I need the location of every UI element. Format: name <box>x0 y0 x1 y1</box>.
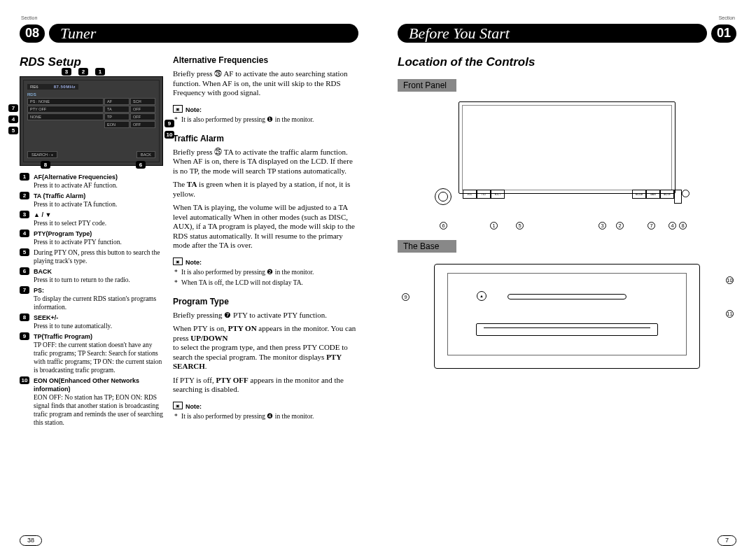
legend-badge: 6 <box>20 267 29 275</box>
fp-button <box>674 190 682 204</box>
legend-badge: 10 <box>20 376 29 384</box>
diagram-base: ▲ <box>434 264 700 369</box>
callout-1: 1 <box>95 68 105 76</box>
screen-wrap: 3 2 1 7 4 5 9 10 8 6 <box>20 76 163 166</box>
fp-callout: 7 <box>648 222 655 230</box>
legend-badge: 2 <box>20 192 29 199</box>
p-pty1: Briefly pressing ❼ PTY to activate PTY f… <box>173 311 358 320</box>
legend-item: 4PTY(Program Type)Press it to activate P… <box>20 230 163 246</box>
diagram-base-wrap: ▲ 9 10 11 <box>398 264 736 369</box>
p-pty2: When PTY is on, PTY ON appears in the mo… <box>173 324 358 372</box>
fp-button: MUTE <box>660 190 674 199</box>
section-tab: Section <box>719 15 735 20</box>
base-callout: 9 <box>402 293 410 301</box>
section-number: 08 <box>20 24 45 43</box>
legend-text: PS:To display the current RDS station's … <box>34 286 163 311</box>
note-label: Note: <box>186 259 202 266</box>
note-icon: ▣ <box>173 105 183 113</box>
legend-item: 9TP(Traffic Program)TP OFF: the current … <box>20 332 163 374</box>
col-instructions: Alternative Frequencies Briefly press ㉖ … <box>173 55 358 429</box>
legend-text: PTY(Program Type)Press it to activate PT… <box>34 230 163 246</box>
legend-item: 1AF(Alternative Frequencies)Press it to … <box>20 173 163 190</box>
fp-button: VOL <box>463 190 477 199</box>
heading-rds-setup: RDS Setup <box>20 55 163 69</box>
callout-8: 8 <box>41 161 50 169</box>
h-af: Alternative Frequencies <box>173 55 358 65</box>
fp-callout: 3 <box>598 222 606 230</box>
legend-badge: 7 <box>20 286 29 294</box>
fp-button: TILT <box>477 190 491 199</box>
callout-5: 5 <box>8 127 18 134</box>
legend-text: ▲ / ▼Press it to select PTY code. <box>34 211 163 227</box>
legend-item: 6BACKPress it to turn to return to the r… <box>20 267 163 284</box>
p-ta1: Briefly press ㉕ TA to activate the traff… <box>173 148 358 176</box>
header-title: Before You Start <box>398 24 707 43</box>
label-front-panel: Front Panel <box>398 79 456 92</box>
fp-callout: 8 <box>679 222 687 230</box>
notes-af: It is also performed by pressing ❶ in th… <box>173 115 358 124</box>
legend-badge: 8 <box>20 313 29 321</box>
col-controls: Location of the Controls Front Panel VOL… <box>398 55 736 372</box>
note-icon: ▣ <box>173 258 183 265</box>
legend-item: 10EON ON(Enhanced Other Networks informa… <box>20 376 163 427</box>
callout-9: 9 <box>164 120 174 127</box>
fp-callout: 5 <box>516 222 524 230</box>
p-pty3: If PTY is off, PTY OFF appears in the mo… <box>173 376 358 395</box>
header-row: 08 Tuner <box>20 24 358 43</box>
h-ta: Traffic Alarm <box>173 134 358 143</box>
fp-callout: 4 <box>668 222 676 230</box>
legend-item: 8SEEK+/-Press it to tune automatically. <box>20 313 163 330</box>
legend-badge: 1 <box>20 173 29 181</box>
note-label: Note: <box>186 106 202 113</box>
header-title: Tuner <box>49 24 358 43</box>
p-af: Briefly press ㉖ AF to activate the auto … <box>173 69 358 98</box>
notes-ta: It is also performed by pressing ❷ in th… <box>173 268 358 287</box>
h-pty: Program Type <box>173 297 358 306</box>
legend-badge: 9 <box>20 332 29 340</box>
section-number: 01 <box>711 24 736 43</box>
page-right: Section Before You Start 01 Location of … <box>378 0 756 557</box>
fp-callout: 1 <box>490 222 498 230</box>
page-number: 38 <box>20 535 42 546</box>
callout-4: 4 <box>8 115 18 123</box>
diagram-front-panel: VOLTILTEJCTMODENAVIMUTE 6 1 5 3 2 7 4 8 <box>424 101 710 213</box>
legend-list: 1AF(Alternative Frequencies)Press it to … <box>20 173 163 427</box>
legend-text: TA (Traffic Alarm)Press it to activate T… <box>34 192 163 209</box>
fp-button <box>682 190 690 197</box>
legend-text: EON ON(Enhanced Other Networks informati… <box>34 376 163 427</box>
legend-text: During PTY ON, press this button to sear… <box>34 248 163 265</box>
p-ta3: When TA is playing, the volume will be a… <box>173 203 358 251</box>
legend-item: 2TA (Traffic Alarm)Press it to activate … <box>20 192 163 209</box>
legend-badge: 5 <box>20 248 29 256</box>
callout-2: 2 <box>78 68 88 76</box>
legend-item: 3▲ / ▼Press it to select PTY code. <box>20 211 163 227</box>
legend-text: TP(Traffic Program)TP OFF: the current s… <box>34 332 163 374</box>
legend-text: BACKPress it to turn to return to the ra… <box>34 267 163 284</box>
label-base: The Base <box>398 240 456 253</box>
section-tab: Section <box>21 15 37 20</box>
note-label: Note: <box>186 403 202 410</box>
fp-button: MODE <box>632 190 646 199</box>
fp-button: NAVI <box>646 190 660 199</box>
header-row: Before You Start 01 <box>398 24 736 43</box>
fp-button: EJCT <box>491 190 505 199</box>
heading-controls: Location of the Controls <box>398 55 736 69</box>
legend-badge: 4 <box>20 230 29 237</box>
callout-7: 7 <box>8 104 18 112</box>
legend-badge: 3 <box>20 211 29 218</box>
eject-icon: ▲ <box>477 291 486 301</box>
col-rds-setup: RDS Setup 3 2 1 7 4 5 9 10 <box>20 55 163 429</box>
callout-10: 10 <box>164 131 174 139</box>
page-left: Section 08 Tuner RDS Setup 3 2 1 7 4 5 <box>0 0 378 557</box>
fp-callout: 6 <box>440 222 447 230</box>
page-number: 7 <box>718 535 736 546</box>
note-icon: ▣ <box>173 402 183 409</box>
callout-3: 3 <box>62 68 71 76</box>
p-ta2: The TA is green when it is played by a s… <box>173 180 358 199</box>
callout-6: 6 <box>136 161 146 169</box>
fp-callout: 2 <box>616 222 624 230</box>
base-callout: 10 <box>726 276 734 284</box>
legend-item: 5During PTY ON, press this button to sea… <box>20 248 163 265</box>
legend-text: AF(Alternative Frequencies)Press it to a… <box>34 173 163 190</box>
legend-item: 7PS:To display the current RDS station's… <box>20 286 163 311</box>
